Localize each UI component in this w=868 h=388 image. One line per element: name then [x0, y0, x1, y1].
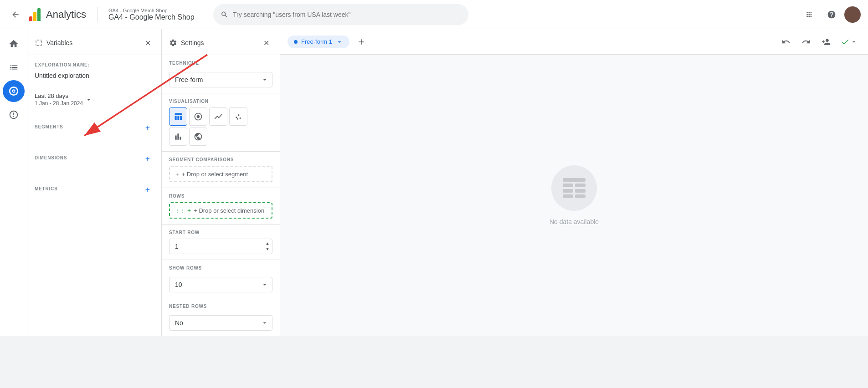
visualisation-section: VISUALISATION [162, 93, 280, 152]
settings-title: Settings [169, 39, 204, 47]
svg-rect-5 [563, 178, 586, 182]
breadcrumb-divider [97, 7, 98, 22]
search-bar[interactable] [213, 4, 468, 25]
nested-rows-select[interactable]: No Yes [169, 315, 272, 331]
nav-explore[interactable] [3, 80, 25, 102]
viz-bar-button[interactable] [169, 128, 187, 146]
exploration-name[interactable]: Untitled exploration [35, 70, 154, 85]
viz-geo-button[interactable] [189, 128, 207, 146]
technique-section: TECHNIQUE Free-form [162, 55, 280, 93]
rows-label: ROWS [169, 194, 272, 199]
variables-close-button[interactable]: ✕ [141, 36, 154, 49]
number-arrows: ▲ ▼ [264, 241, 271, 252]
back-button[interactable] [7, 6, 24, 23]
svg-point-2 [238, 114, 239, 116]
no-data-icon [551, 165, 597, 211]
viz-line-button[interactable] [209, 107, 227, 126]
svg-point-4 [237, 118, 238, 119]
variables-icon [35, 39, 43, 47]
help-icon-button[interactable] [822, 5, 841, 24]
settings-panel: Settings ✕ TECHNIQUE Free-form VISUALISA… [162, 29, 280, 336]
variables-panel-header: Variables ✕ [27, 29, 161, 55]
exploration-name-label: EXPLORATION NAME: [35, 62, 154, 67]
start-row-input[interactable] [169, 239, 272, 254]
tab-label: Free-form 1 [301, 38, 332, 45]
nested-rows-section: NESTED ROWS No Yes [162, 298, 280, 336]
show-rows-select[interactable]: 10 25 50 [169, 277, 272, 292]
segment-comparisons-section: SEGMENT COMPARISONS + + Drop or select s… [162, 152, 280, 188]
svg-rect-7 [575, 184, 586, 187]
save-button[interactable] [837, 33, 861, 51]
avatar[interactable] [844, 6, 861, 23]
drop-dimension-zone[interactable]: ⋮⋮ + + Drop or select dimension [169, 202, 272, 219]
breadcrumb: GA4 - Google Merch Shop GA4 - Google Mer… [108, 8, 195, 21]
topbar-right [801, 5, 861, 24]
start-row-label: START ROW [169, 230, 272, 235]
redo-button[interactable] [797, 33, 815, 51]
content-toolbar: Free-form 1 [280, 29, 868, 55]
date-range-section[interactable]: Last 28 days 1 Jan - 28 Jan 2024 [35, 92, 154, 114]
viz-table-button[interactable] [169, 107, 187, 126]
toolbar-actions [777, 33, 861, 51]
start-row-section: START ROW ▲ ▼ [162, 225, 280, 260]
dimensions-label: DIMENSIONS [35, 155, 67, 160]
viz-grid-row1 [169, 107, 272, 126]
visualisation-label: VISUALISATION [169, 99, 272, 104]
viz-grid-row2 [169, 128, 272, 146]
settings-icon [169, 39, 177, 47]
drop-segment-plus: + [175, 171, 179, 178]
svg-point-3 [240, 117, 241, 119]
search-input[interactable] [233, 11, 461, 18]
segments-section-row: SEGMENTS + [35, 122, 154, 134]
svg-rect-6 [563, 184, 573, 187]
decrement-button[interactable]: ▼ [264, 246, 271, 252]
content-area: Free-form 1 [280, 29, 868, 336]
increment-button[interactable]: ▲ [264, 241, 271, 246]
technique-label: TECHNIQUE [169, 61, 272, 66]
show-rows-label: SHOW ROWS [169, 265, 272, 271]
segments-label: SEGMENTS [35, 124, 63, 129]
viz-donut-button[interactable] [189, 107, 207, 126]
metrics-label: METRICS [35, 186, 58, 191]
no-data-text: No data available [550, 218, 599, 225]
date-dropdown-icon [85, 96, 93, 104]
grid-icon-button[interactable] [801, 5, 819, 24]
add-segment-button[interactable]: + [141, 122, 154, 134]
left-nav [0, 29, 27, 336]
nav-settings[interactable] [3, 104, 25, 126]
segment-comparisons-label: SEGMENT COMPARISONS [169, 157, 272, 162]
date-range-label: Last 28 days [35, 92, 83, 99]
dimensions-section-row: DIMENSIONS + [35, 153, 154, 165]
search-icon [221, 10, 228, 19]
tab-dropdown-icon [336, 38, 343, 46]
topbar: Analytics GA4 - Google Merch Shop GA4 - … [0, 0, 868, 29]
metrics-section-row: METRICS + [35, 184, 154, 196]
settings-panel-title: Settings [181, 39, 204, 46]
add-dimension-button[interactable]: + [141, 153, 154, 165]
add-tab-button[interactable] [353, 34, 370, 50]
variables-panel: Variables ✕ EXPLORATION NAME: Untitled e… [27, 29, 162, 336]
technique-select[interactable]: Free-form [169, 72, 272, 87]
add-metric-button[interactable]: + [141, 184, 154, 196]
settings-panel-header: Settings ✕ [162, 29, 280, 55]
nav-reports[interactable] [3, 56, 25, 78]
tab-dot [294, 40, 298, 44]
no-data-table-svg [560, 176, 588, 201]
variables-title: Variables [35, 39, 72, 47]
tab-freeform1[interactable]: Free-form 1 [288, 36, 349, 48]
settings-close-button[interactable]: ✕ [260, 36, 272, 49]
rows-section: ROWS ⋮⋮ + + Drop or select dimension [162, 188, 280, 225]
add-user-button[interactable] [817, 33, 835, 51]
viz-scatter-button[interactable] [229, 107, 247, 126]
nested-rows-label: NESTED ROWS [169, 304, 272, 309]
variables-panel-title: Variables [46, 39, 72, 46]
no-data-area: No data available [280, 55, 868, 336]
undo-button[interactable] [777, 33, 795, 51]
analytics-logo [29, 8, 41, 21]
nav-home[interactable] [3, 33, 25, 55]
svg-point-1 [236, 117, 237, 118]
svg-rect-9 [575, 189, 586, 193]
drop-segment-zone[interactable]: + + Drop or select segment [169, 166, 272, 182]
date-range-sub: 1 Jan - 28 Jan 2024 [35, 100, 83, 107]
show-rows-section: SHOW ROWS 10 25 50 [162, 260, 280, 298]
